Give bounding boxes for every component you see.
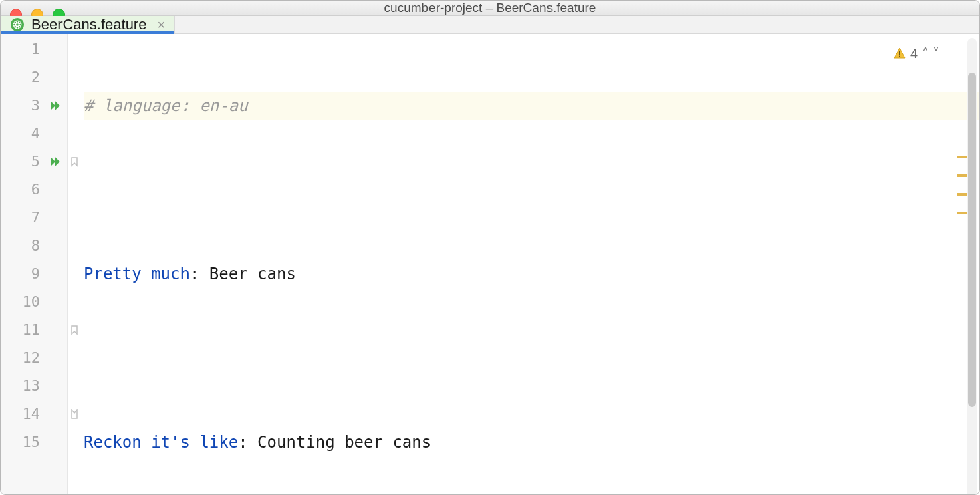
scrollbar-thumb[interactable]: [968, 73, 976, 407]
svg-rect-12: [899, 56, 900, 57]
line-number: 1: [31, 35, 40, 63]
warning-count: 4: [910, 39, 918, 67]
fold-end-icon[interactable]: [69, 409, 80, 420]
cucumber-file-icon: [10, 17, 25, 32]
line-number: 15: [23, 428, 41, 456]
fold-gutter: [68, 34, 84, 495]
line-number: 14: [23, 400, 41, 428]
svg-point-5: [13, 24, 15, 25]
editor: 1 2 3 4 5 6 7 8 9 10 11 12 13 14 15: [1, 34, 979, 495]
svg-point-10: [19, 22, 20, 23]
titlebar: cucumber-project – BeerCans.feature: [1, 1, 979, 16]
inspection-widget[interactable]: 4 ˄ ˅: [889, 38, 943, 69]
line-number: 10: [23, 288, 41, 316]
line-number: 12: [23, 344, 41, 372]
tab-label: BeerCans.feature: [31, 16, 146, 33]
svg-point-4: [17, 27, 18, 28]
warning-icon: [893, 47, 906, 60]
chevron-up-icon[interactable]: ˄: [922, 39, 929, 67]
warning-marker[interactable]: [957, 193, 967, 196]
code-comment: # language: en-au: [84, 92, 248, 120]
feature-keyword: Pretty much: [84, 260, 190, 288]
fold-toggle-icon[interactable]: [69, 325, 80, 335]
svg-point-7: [15, 22, 16, 23]
warning-marker[interactable]: [957, 212, 967, 214]
line-number: 4: [31, 120, 40, 148]
warning-marker[interactable]: [957, 156, 967, 158]
warning-marker[interactable]: [957, 174, 967, 177]
run-gutter-icon[interactable]: [49, 156, 62, 168]
svg-point-9: [15, 26, 16, 27]
run-gutter-icon[interactable]: [49, 100, 62, 112]
editor-tabbar: BeerCans.feature ×: [1, 16, 979, 34]
svg-point-2: [16, 23, 19, 26]
close-tab-icon[interactable]: ×: [157, 17, 165, 33]
svg-rect-11: [899, 51, 900, 55]
line-number: 9: [31, 260, 40, 288]
ide-window: cucumber-project – BeerCans.feature Beer…: [0, 0, 980, 495]
line-number-gutter: 1 2 3 4 5 6 7 8 9 10 11 12 13 14 15: [1, 34, 68, 495]
code-area[interactable]: # language: en-au Pretty much: Beer cans…: [84, 34, 979, 495]
feature-name: : Beer cans: [190, 260, 296, 288]
scenario-keyword: Reckon it's like: [84, 428, 238, 456]
svg-point-6: [19, 24, 21, 25]
line-number: 7: [31, 204, 40, 232]
vertical-scrollbar[interactable]: [967, 38, 977, 495]
line-number: 11: [23, 316, 41, 344]
line-number: 6: [31, 176, 40, 204]
window-title: cucumber-project – BeerCans.feature: [1, 1, 979, 15]
svg-point-3: [17, 21, 18, 22]
error-stripe: [957, 34, 967, 495]
line-number: 13: [23, 372, 41, 400]
editor-tab[interactable]: BeerCans.feature ×: [1, 16, 175, 33]
scenario-name: : Counting beer cans: [238, 428, 431, 456]
fold-toggle-icon[interactable]: [69, 156, 80, 167]
chevron-down-icon[interactable]: ˅: [933, 39, 939, 67]
line-number: 2: [31, 63, 40, 92]
line-number: 3: [31, 92, 40, 120]
line-number: 5: [31, 148, 40, 176]
line-number: 8: [31, 232, 40, 260]
svg-point-8: [19, 26, 20, 27]
